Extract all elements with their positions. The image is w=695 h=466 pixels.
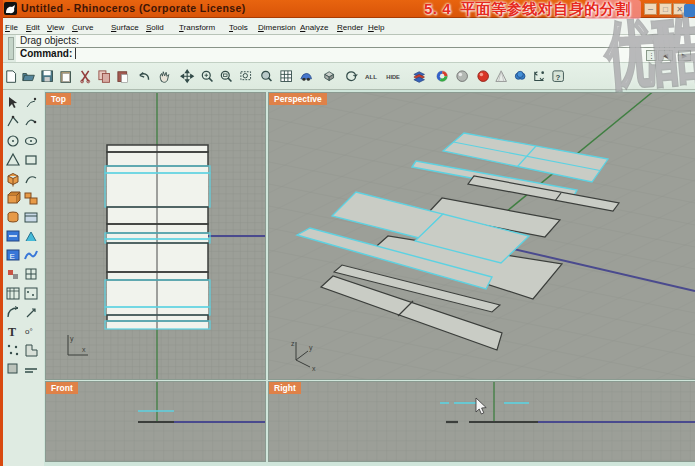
svg-text:?: ?: [556, 73, 561, 82]
svg-text:E: E: [10, 252, 15, 261]
svg-text:o°: o°: [25, 327, 33, 336]
svg-text:x: x: [82, 346, 86, 353]
svg-text:T: T: [8, 325, 16, 339]
svg-text:ALL: ALL: [365, 73, 377, 80]
svg-text:x: x: [312, 365, 316, 372]
svg-text:y: y: [70, 335, 74, 343]
svg-text:HIDE: HIDE: [386, 74, 400, 80]
svg-text:z: z: [291, 340, 295, 347]
svg-text:y: y: [309, 344, 313, 352]
